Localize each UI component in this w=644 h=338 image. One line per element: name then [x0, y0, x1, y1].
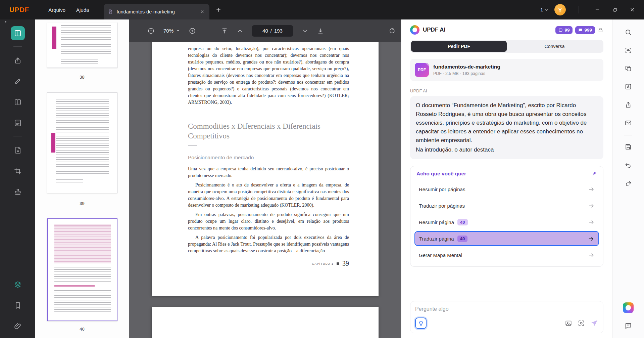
- translate-page-icon[interactable]: [622, 80, 635, 93]
- thumbnail-page-38[interactable]: [47, 23, 117, 68]
- avatar[interactable]: Y: [554, 4, 566, 15]
- search-icon[interactable]: [622, 26, 635, 39]
- zoom-level-dropdown[interactable]: 70%: [163, 28, 180, 34]
- annotate-icon[interactable]: [11, 116, 25, 130]
- rail-divider: [624, 135, 632, 135]
- window-count: 1: [540, 7, 543, 12]
- undo-icon[interactable]: [622, 158, 635, 172]
- credits-badge[interactable]: 99: [555, 26, 573, 34]
- attachment-icon[interactable]: [11, 319, 25, 333]
- footer-chapter-label: CAPÍTULO 1: [312, 262, 334, 265]
- zoom-out-button[interactable]: [147, 27, 155, 35]
- ai-input-area: [410, 301, 603, 333]
- thumbnails-view-icon[interactable]: [11, 26, 25, 40]
- suggestions-header: Acho que você quer: [414, 171, 599, 180]
- extract-pages-icon[interactable]: [622, 62, 635, 75]
- close-window-button[interactable]: [627, 4, 638, 15]
- chevron-down-icon: [545, 8, 548, 12]
- toolbar-divider: [205, 27, 205, 35]
- new-tab-button[interactable]: [215, 7, 221, 13]
- crop-icon[interactable]: [11, 164, 25, 178]
- last-page-button[interactable]: [317, 28, 324, 34]
- previous-page-button[interactable]: [237, 28, 243, 34]
- ideas-lightbulb-button[interactable]: [415, 318, 427, 329]
- credits-icon: [558, 28, 563, 32]
- footer-page-number: 39: [342, 260, 349, 267]
- ai-panel-title: UPDF AI: [423, 27, 445, 33]
- page-indicator[interactable]: 40 / 193: [252, 25, 293, 37]
- credits-count: 99: [564, 28, 569, 33]
- page-paragraph: Uma vez que a empresa tenha definido seu…: [188, 166, 349, 179]
- maximize-button[interactable]: [609, 4, 621, 15]
- insert-image-icon[interactable]: [565, 320, 572, 327]
- screenshot-icon[interactable]: [578, 320, 585, 327]
- thumbnail-content: [54, 290, 111, 314]
- suggestion-resumir-pagina[interactable]: Resumir página 40: [414, 215, 599, 229]
- email-icon[interactable]: [622, 116, 635, 130]
- file-meta: PDF · 2.5 MB · 193 páginas: [433, 71, 500, 76]
- suggestion-traduzir-pagina[interactable]: Traduzir página 40: [414, 231, 599, 246]
- ocr-icon[interactable]: [622, 44, 635, 57]
- suggestion-label: Traduzir página: [419, 236, 454, 242]
- export-icon[interactable]: [11, 53, 25, 68]
- footer-square-ornament: [337, 262, 339, 265]
- menu-arquivo[interactable]: Arquivo: [43, 4, 71, 15]
- heading-rule: [188, 145, 197, 146]
- rail-divider: [13, 46, 22, 47]
- pdf-viewer[interactable]: empresa ou do setor, localização), por c…: [129, 42, 401, 338]
- titlebar-divider: [36, 6, 36, 13]
- titlebar-right: 1 Y: [540, 4, 644, 15]
- thumbnail-page-39[interactable]: [47, 92, 117, 193]
- chat-credits-badge[interactable]: 999: [575, 26, 595, 34]
- ai-message-text-2: Na introdução, o autor destaca: [416, 145, 598, 154]
- edit-icon[interactable]: [11, 74, 25, 88]
- thumbnail-page-40[interactable]: [47, 218, 117, 321]
- reader-icon[interactable]: [11, 95, 25, 109]
- suggestion-gerar-mapa-mental[interactable]: Gerar Mapa Mental: [414, 248, 599, 262]
- left-tool-rail: [0, 19, 35, 338]
- comment-icon[interactable]: [622, 319, 635, 333]
- tab-pedir-pdf[interactable]: Pedir PDF: [411, 41, 507, 52]
- arrow-right-icon: [588, 203, 595, 209]
- thumbnail-content: [54, 285, 95, 287]
- send-button[interactable]: [590, 319, 598, 327]
- organize-pages-icon[interactable]: [11, 278, 25, 292]
- tab-close-icon[interactable]: [199, 8, 205, 15]
- redo-icon[interactable]: [622, 176, 635, 190]
- thumbnail-label: 39: [35, 201, 129, 206]
- first-page-button[interactable]: [221, 28, 228, 34]
- pages-icon[interactable]: [11, 143, 25, 157]
- rotate-page-button[interactable]: [389, 27, 396, 34]
- suggestion-resumir-por-paginas[interactable]: Resumir por páginas: [414, 182, 599, 197]
- bookmark-icon[interactable]: [11, 298, 25, 312]
- stamp-icon[interactable]: [11, 185, 25, 199]
- save-icon[interactable]: [622, 140, 635, 154]
- thumbnail-content: [52, 27, 56, 49]
- next-page-button[interactable]: [302, 28, 308, 34]
- zoom-in-button[interactable]: [189, 27, 196, 35]
- thumbnail-content: [54, 267, 111, 282]
- suggestion-traduzir-por-paginas[interactable]: Traduzir por páginas: [414, 198, 599, 213]
- titlebar: UPDF Arquivo Ajuda fundamentos-de-market…: [0, 0, 644, 19]
- suggestion-label: Resumir por páginas: [419, 186, 465, 192]
- suggestion-label: Gerar Mapa Mental: [419, 252, 462, 258]
- file-card-info: fundamentos-de-marketing PDF · 2.5 MB · …: [433, 64, 500, 76]
- lightbulb-icon: [418, 320, 424, 327]
- document-area: 70% 40 / 193: [129, 19, 401, 338]
- minimize-button[interactable]: [592, 4, 603, 15]
- pin-icon[interactable]: [591, 171, 597, 177]
- thumbnail-label: 40: [35, 327, 129, 332]
- window-selector[interactable]: 1: [540, 7, 548, 12]
- document-toolbar: 70% 40 / 193: [129, 19, 401, 42]
- document-tab[interactable]: fundamentos-de-marketing: [104, 4, 209, 19]
- suggestion-label: Traduzir por páginas: [419, 203, 465, 209]
- ai-prompt-input[interactable]: [415, 306, 598, 312]
- share-icon[interactable]: [622, 98, 635, 112]
- menu-ajuda[interactable]: Ajuda: [71, 4, 94, 15]
- section-heading: Commodities x Diferenciais x Diferenciai…: [188, 121, 349, 141]
- file-card[interactable]: PDF fundamentos-de-marketing PDF · 2.5 M…: [410, 59, 603, 81]
- thumbnail-content: [56, 99, 109, 132]
- thumbnail-content: [54, 224, 111, 263]
- updf-ai-shortcut-icon[interactable]: [622, 301, 635, 314]
- tab-conversa[interactable]: Conversa: [507, 41, 602, 52]
